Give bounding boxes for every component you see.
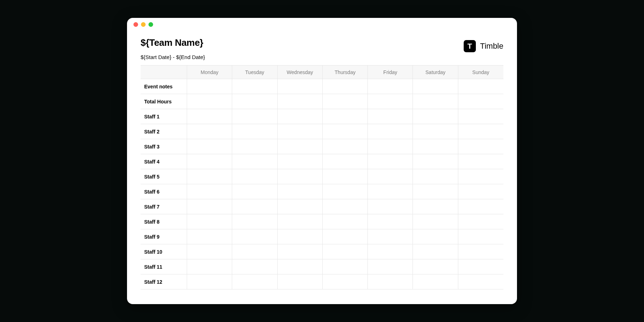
cell[interactable] (187, 109, 232, 124)
cell[interactable] (368, 154, 413, 169)
cell[interactable] (368, 274, 413, 289)
cell[interactable] (368, 94, 413, 109)
cell[interactable] (413, 274, 458, 289)
cell[interactable] (232, 259, 277, 274)
window-zoom-button[interactable] (148, 22, 153, 27)
cell[interactable] (232, 169, 277, 184)
cell[interactable] (187, 199, 232, 214)
cell[interactable] (413, 244, 458, 259)
cell[interactable] (323, 229, 368, 244)
cell[interactable] (368, 109, 413, 124)
cell[interactable] (187, 244, 232, 259)
cell[interactable] (368, 244, 413, 259)
window-close-button[interactable] (133, 22, 138, 27)
cell[interactable] (232, 79, 277, 94)
cell[interactable] (187, 229, 232, 244)
cell[interactable] (368, 79, 413, 94)
cell[interactable] (187, 214, 232, 229)
cell[interactable] (368, 214, 413, 229)
cell[interactable] (323, 199, 368, 214)
window-minimize-button[interactable] (141, 22, 146, 27)
cell[interactable] (413, 109, 458, 124)
cell[interactable] (413, 79, 458, 94)
cell[interactable] (413, 139, 458, 154)
cell[interactable] (323, 259, 368, 274)
cell[interactable] (458, 124, 503, 139)
cell[interactable] (413, 94, 458, 109)
cell[interactable] (278, 79, 323, 94)
cell[interactable] (368, 199, 413, 214)
cell[interactable] (187, 184, 232, 199)
cell[interactable] (187, 274, 232, 289)
cell[interactable] (323, 274, 368, 289)
cell[interactable] (232, 199, 277, 214)
cell[interactable] (368, 169, 413, 184)
cell[interactable] (368, 229, 413, 244)
cell[interactable] (187, 124, 232, 139)
cell[interactable] (278, 199, 323, 214)
cell[interactable] (278, 124, 323, 139)
cell[interactable] (278, 259, 323, 274)
cell[interactable] (323, 244, 368, 259)
cell[interactable] (458, 154, 503, 169)
cell[interactable] (458, 229, 503, 244)
cell[interactable] (413, 154, 458, 169)
cell[interactable] (187, 259, 232, 274)
cell[interactable] (323, 184, 368, 199)
cell[interactable] (232, 274, 277, 289)
cell[interactable] (413, 169, 458, 184)
cell[interactable] (413, 199, 458, 214)
cell[interactable] (323, 154, 368, 169)
cell[interactable] (278, 244, 323, 259)
cell[interactable] (278, 109, 323, 124)
cell[interactable] (232, 154, 277, 169)
cell[interactable] (232, 229, 277, 244)
cell[interactable] (368, 184, 413, 199)
cell[interactable] (232, 184, 277, 199)
cell[interactable] (458, 274, 503, 289)
cell[interactable] (278, 139, 323, 154)
cell[interactable] (413, 184, 458, 199)
cell[interactable] (323, 124, 368, 139)
cell[interactable] (187, 154, 232, 169)
cell[interactable] (368, 124, 413, 139)
cell[interactable] (458, 184, 503, 199)
cell[interactable] (458, 199, 503, 214)
cell[interactable] (323, 214, 368, 229)
cell[interactable] (232, 244, 277, 259)
cell[interactable] (278, 94, 323, 109)
cell[interactable] (323, 79, 368, 94)
cell[interactable] (278, 214, 323, 229)
cell[interactable] (368, 259, 413, 274)
cell[interactable] (413, 229, 458, 244)
cell[interactable] (458, 259, 503, 274)
cell[interactable] (187, 169, 232, 184)
cell[interactable] (458, 214, 503, 229)
cell[interactable] (278, 229, 323, 244)
cell[interactable] (232, 109, 277, 124)
cell[interactable] (413, 124, 458, 139)
cell[interactable] (458, 244, 503, 259)
cell[interactable] (278, 169, 323, 184)
cell[interactable] (458, 79, 503, 94)
cell[interactable] (232, 139, 277, 154)
cell[interactable] (323, 109, 368, 124)
cell[interactable] (323, 169, 368, 184)
cell[interactable] (368, 139, 413, 154)
cell[interactable] (187, 139, 232, 154)
cell[interactable] (187, 94, 232, 109)
cell[interactable] (187, 79, 232, 94)
cell[interactable] (278, 274, 323, 289)
cell[interactable] (458, 139, 503, 154)
cell[interactable] (278, 154, 323, 169)
cell[interactable] (232, 124, 277, 139)
cell[interactable] (458, 169, 503, 184)
cell[interactable] (278, 184, 323, 199)
cell[interactable] (458, 109, 503, 124)
cell[interactable] (413, 259, 458, 274)
cell[interactable] (232, 94, 277, 109)
cell[interactable] (323, 139, 368, 154)
cell[interactable] (413, 214, 458, 229)
cell[interactable] (458, 94, 503, 109)
cell[interactable] (323, 94, 368, 109)
